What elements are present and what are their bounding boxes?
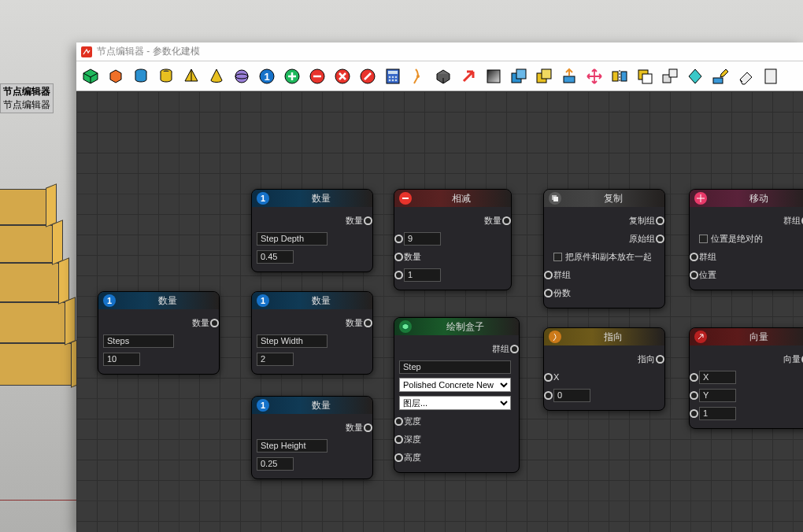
node-step-width[interactable]: 1 数量 数量 [251, 291, 373, 375]
tb-page-icon[interactable] [760, 65, 782, 87]
port-label: 数量 [346, 215, 363, 227]
node-draw-box[interactable]: 绘制盒子 群组 Polished Concrete New 图层... 宽度 深… [394, 317, 520, 473]
output-port[interactable] [364, 319, 372, 327]
name-input[interactable] [257, 232, 327, 246]
node-header[interactable]: 绘制盒子 [394, 318, 519, 335]
value-input[interactable] [257, 250, 294, 264]
value-input[interactable] [257, 457, 294, 471]
input-port[interactable] [690, 373, 698, 382]
node-header[interactable]: 移动 [690, 190, 803, 207]
tb-flip-h-icon[interactable] [609, 65, 631, 87]
tb-prism-icon[interactable] [105, 65, 127, 87]
tb-calculator-icon[interactable] [382, 65, 404, 87]
tb-cylinder-icon[interactable] [130, 65, 152, 87]
node-header[interactable]: 1 数量 [252, 397, 372, 414]
tb-tube-icon[interactable] [155, 65, 177, 87]
name-input[interactable] [399, 360, 511, 374]
input-port[interactable] [394, 253, 403, 261]
node-steps[interactable]: 1 数量 数量 [98, 291, 220, 375]
input-port[interactable] [544, 391, 553, 400]
x-input[interactable] [699, 371, 736, 384]
checkbox[interactable] [553, 253, 562, 261]
tb-plus-icon[interactable] [281, 65, 303, 87]
tb-divide-icon[interactable] [357, 65, 379, 87]
output-port[interactable] [510, 345, 519, 353]
output-port[interactable] [364, 216, 372, 225]
input-port[interactable] [544, 373, 553, 382]
checkbox[interactable] [699, 235, 708, 243]
output-port[interactable] [656, 355, 664, 364]
name-input[interactable] [257, 334, 327, 348]
tb-layers-blue-icon[interactable] [508, 65, 530, 87]
value-a-input[interactable] [404, 232, 441, 246]
svg-rect-29 [642, 74, 652, 83]
input-port[interactable] [690, 253, 698, 261]
value-input[interactable] [257, 353, 294, 366]
node-header[interactable]: 向量 [690, 328, 803, 345]
layer-select[interactable]: 图层... [399, 396, 511, 410]
tb-copy-icon[interactable] [634, 65, 656, 87]
y-input[interactable] [699, 389, 736, 402]
node-step-height[interactable]: 1 数量 数量 [251, 396, 373, 479]
tb-eraser-icon[interactable] [735, 65, 757, 87]
tb-edit-icon[interactable] [709, 65, 731, 87]
input-port[interactable] [690, 409, 698, 418]
value-b-input[interactable] [404, 268, 441, 282]
tb-arrow-ne-icon[interactable] [457, 65, 479, 87]
name-input[interactable] [257, 439, 327, 453]
tb-point-icon[interactable] [407, 65, 429, 87]
value-input[interactable] [553, 389, 590, 402]
node-point[interactable]: 指向 指向 X [543, 327, 665, 411]
input-port[interactable] [394, 435, 403, 444]
arrow-icon [694, 331, 707, 343]
input-port[interactable] [394, 235, 403, 243]
tb-scale-icon[interactable] [659, 65, 681, 87]
tb-move-cross-icon[interactable] [583, 65, 605, 87]
svg-rect-27 [621, 72, 627, 81]
material-select[interactable]: Polished Concrete New [399, 378, 511, 392]
tb-layers-yellow-icon[interactable] [533, 65, 555, 87]
value-input[interactable] [103, 353, 140, 366]
output-port[interactable] [656, 216, 664, 225]
tb-sphere-icon[interactable] [231, 65, 253, 87]
svg-rect-35 [553, 197, 558, 201]
node-subtract[interactable]: 相减 数量 数量 [394, 189, 512, 290]
tb-number-icon[interactable]: 1 [256, 65, 278, 87]
input-port[interactable] [690, 271, 698, 279]
tb-diamond-icon[interactable] [684, 65, 706, 87]
node-vector[interactable]: 向量 向量 [689, 327, 803, 429]
titlebar[interactable]: 节点编辑器 - 参数化建模 [76, 42, 803, 61]
output-port[interactable] [502, 216, 511, 225]
tb-pyramid-icon[interactable] [180, 65, 202, 87]
input-port[interactable] [394, 271, 403, 279]
number-icon: 1 [103, 294, 116, 307]
output-port[interactable] [656, 235, 664, 243]
output-port[interactable] [364, 423, 372, 432]
output-port[interactable] [210, 319, 219, 327]
node-step-depth[interactable]: 1 数量 数量 [251, 189, 373, 272]
input-port[interactable] [544, 289, 553, 297]
minus-icon [399, 192, 412, 205]
input-port[interactable] [394, 453, 403, 462]
tb-minus-icon[interactable] [306, 65, 328, 87]
z-input[interactable] [699, 407, 736, 420]
tb-extrude-icon[interactable] [558, 65, 580, 87]
node-header[interactable]: 1 数量 [252, 292, 372, 309]
name-input[interactable] [103, 334, 174, 348]
input-port[interactable] [394, 417, 403, 426]
node-header[interactable]: 1 数量 [98, 292, 219, 309]
node-copy[interactable]: 复制 复制组 原始组 把原件和副本放在一起 群组 份数 [543, 189, 665, 308]
node-move[interactable]: 移动 群组 位置是绝对的 群组 位置 [689, 189, 803, 290]
input-port[interactable] [544, 271, 553, 279]
tb-box3d-icon[interactable] [432, 65, 454, 87]
tb-gradient-icon[interactable] [483, 65, 505, 87]
input-port[interactable] [690, 391, 698, 400]
node-header[interactable]: 指向 [544, 328, 664, 345]
tb-cone-icon[interactable] [205, 65, 228, 87]
node-header[interactable]: 复制 [544, 190, 664, 207]
node-header[interactable]: 1 数量 [252, 190, 372, 207]
node-header[interactable]: 相减 [394, 190, 511, 207]
node-canvas[interactable]: 1 数量 数量 1 数量 数量 1 数量 [76, 91, 803, 532]
tb-cube-icon[interactable] [80, 65, 102, 87]
tb-times-icon[interactable] [331, 65, 353, 87]
